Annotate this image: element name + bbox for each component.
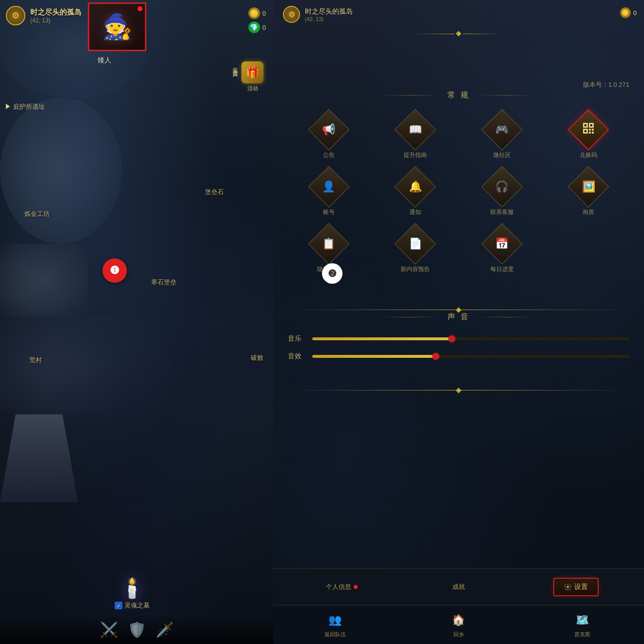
step-label: 天际步道人口 (232, 63, 239, 69)
character-portrait[interactable]: 🧙 (88, 2, 146, 51)
version-label: 版本号：1.0.271 (583, 80, 629, 89)
tab-map[interactable]: 🗺️ 普克斯 (521, 612, 644, 638)
separator-sound (288, 310, 629, 310)
grid-item-notice[interactable]: 📢 公告 (288, 112, 370, 159)
notice-icon: 📢 (311, 112, 346, 147)
community-icon: 🎮 (484, 112, 520, 147)
coin-value: 0 (262, 10, 266, 17)
quality-symbol: 🖼️ (582, 180, 595, 193)
personal-info-wrap: 个人信息 (326, 583, 358, 591)
resource-bar: 🪙 0 💎 0 (248, 7, 266, 33)
soul-text: 灵魂之墓 (124, 601, 150, 610)
return-team-icon: 👥 (326, 612, 343, 629)
achievements-item[interactable]: 成就 (400, 583, 517, 591)
char-icon: 🧙 (102, 13, 132, 41)
grid-item-account[interactable]: 👤 账号 (288, 169, 370, 216)
activity-label: 活动 (247, 85, 258, 92)
location-name: 时之尽头的孤岛 (30, 8, 81, 17)
right-location-text: 时之尽头的孤岛 (42, 13) (305, 7, 353, 22)
grid-item-empty (548, 226, 630, 273)
deco-line-right (463, 34, 502, 34)
home-icon: 🏠 (450, 612, 467, 629)
bottom-left-bar: ⚔️ 🛡️ 🗡️ (0, 615, 273, 644)
settings-item[interactable]: 设置 (517, 578, 634, 596)
notice-label: 公告 (323, 151, 335, 159)
svg-rect-4 (592, 129, 594, 131)
sfx-slider-fill (312, 355, 439, 358)
gem-value: 0 (262, 24, 266, 31)
right-location-icon: ⚙ (283, 6, 300, 23)
svg-rect-3 (589, 129, 591, 131)
activity-button[interactable]: 🎁 活动 (239, 61, 266, 93)
daily-label: 每日进度 (490, 265, 514, 273)
location-coords: (42, 13) (30, 17, 81, 24)
sfx-slider-thumb[interactable] (432, 353, 439, 360)
support-icon: 🎧 (484, 169, 520, 204)
general-section-header: 常 规 (288, 90, 629, 100)
settings-button[interactable]: 设置 (553, 578, 599, 596)
music-slider-thumb[interactable] (448, 335, 455, 342)
notify-symbol: 🔔 (409, 180, 422, 193)
location-icon: ⚙ (6, 6, 25, 25)
bottom-tabs: 👥 返回队伍 🏠 回乡 🗺️ 普克斯 (273, 605, 644, 644)
grid-item-redeem[interactable]: 兑换码 (548, 112, 630, 159)
privacy-icon: 📋 (311, 226, 346, 261)
redeem-label: 兑换码 (580, 151, 597, 159)
daily-symbol: 📅 (495, 237, 508, 250)
grid-item-notify[interactable]: 🔔 通知 (375, 169, 457, 216)
quality-icon: 🖼️ (571, 169, 606, 204)
personal-info-dot (354, 585, 358, 589)
redeem-icon (571, 112, 606, 147)
achievements-label: 成就 (452, 583, 465, 591)
grid-item-daily[interactable]: 📅 每日进度 (461, 226, 543, 273)
personal-info-item[interactable]: 个人信息 (283, 583, 400, 591)
music-slider-row: 音乐 (288, 334, 629, 343)
music-slider-fill (312, 337, 455, 340)
right-coin-value: 0 (633, 9, 637, 17)
community-symbol: 🎮 (495, 123, 508, 136)
icon-grid: 📢 公告 📖 提升指南 🎮 微社区 (288, 112, 629, 273)
grid-item-community[interactable]: 🎮 微社区 (461, 112, 543, 159)
svg-rect-6 (592, 132, 594, 134)
coin-icon: 🪙 (248, 7, 260, 19)
coin-resource: 🪙 0 (248, 7, 266, 19)
daily-icon: 📅 (484, 226, 520, 261)
tab-home[interactable]: 🏠 回乡 (397, 612, 520, 638)
tab-return-team[interactable]: 👥 返回队伍 (273, 612, 397, 638)
map-label: 普克斯 (574, 631, 590, 638)
sound-title: 声 音 (447, 312, 469, 322)
grid-item-preview[interactable]: 📄 新内容预告 (375, 226, 457, 273)
notify-icon: 🔔 (398, 169, 433, 204)
music-slider-track[interactable] (312, 337, 629, 340)
activity-icon: 🎁 (242, 61, 263, 83)
soul-tomb[interactable]: 🕯️ ✓ 灵魂之墓 (115, 577, 150, 610)
shelter-label[interactable]: 庇护所遗址 (5, 102, 45, 111)
sound-header: 声 音 (288, 312, 629, 322)
bottom-figure-2: 🛡️ (128, 621, 146, 638)
grid-item-quality[interactable]: 🖼️ 画质 (548, 169, 630, 216)
sfx-slider-track[interactable] (312, 355, 629, 358)
sound-line-right (477, 317, 536, 317)
sound-line-left (382, 317, 440, 317)
map-icon: 🗺️ (574, 612, 591, 629)
support-symbol: 🎧 (495, 180, 508, 193)
personal-info-label: 个人信息 (326, 583, 351, 591)
svg-rect-5 (589, 132, 591, 134)
right-coin-icon: 🪙 (620, 7, 631, 18)
preview-symbol: 📄 (409, 237, 422, 250)
grid-item-support[interactable]: 🎧 联系客服 (461, 169, 543, 216)
grid-item-guide[interactable]: 📖 提升指南 (375, 112, 457, 159)
preview-icon: 📄 (398, 226, 433, 261)
gem-resource: 💎 0 (248, 21, 266, 33)
left-panel: ⚙ 时之尽头的孤岛 (42, 13) 🧙 🪙 0 💎 0 矮人 天际步道人口 🎁… (0, 0, 273, 644)
char-name: 矮人 (98, 56, 111, 65)
right-location-coords: (42, 13) (305, 16, 353, 22)
redeem-symbol (582, 122, 595, 137)
notify-label: 通知 (409, 208, 421, 216)
account-label: 账号 (323, 208, 335, 216)
home-label: 回乡 (453, 631, 464, 638)
left-bg (0, 0, 273, 644)
section-line-right (477, 95, 536, 96)
gem-icon: 💎 (248, 21, 260, 33)
bottom-figure-3: 🗡️ (156, 621, 174, 638)
